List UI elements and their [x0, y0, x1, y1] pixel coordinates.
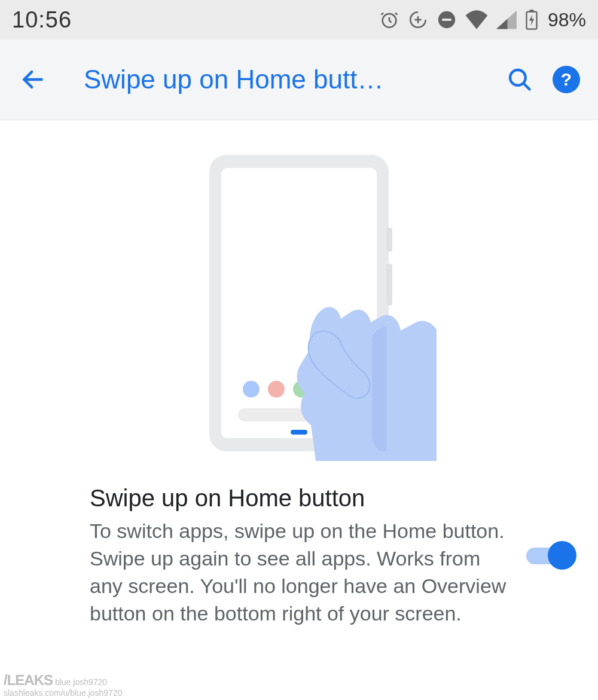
battery-charging-icon: [525, 10, 538, 30]
svg-rect-9: [386, 264, 392, 305]
signal-icon: [496, 10, 517, 29]
gesture-illustration: [18, 144, 580, 485]
watermark: /LEAKS blue.josh9720 slashleaks.com/u/bl…: [4, 673, 122, 698]
battery-percent: 98%: [548, 9, 586, 31]
watermark-line2: slashleaks.com/u/blue.josh9720: [4, 688, 122, 698]
search-button[interactable]: [505, 65, 535, 94]
svg-point-11: [268, 381, 285, 398]
question-mark-icon: ?: [561, 69, 572, 90]
content: Swipe up on Home button To switch apps, …: [0, 120, 598, 628]
svg-rect-16: [291, 430, 307, 435]
statusbar: 10:56 98%: [0, 0, 598, 39]
svg-rect-4: [529, 10, 533, 12]
svg-rect-8: [386, 228, 392, 252]
search-icon: [507, 66, 533, 93]
setting-title: Swipe up on Home button: [90, 485, 508, 512]
help-button[interactable]: ?: [553, 66, 580, 93]
setting-description: To switch apps, swipe up on the Home but…: [90, 518, 508, 628]
svg-rect-2: [442, 19, 451, 21]
toggle-thumb: [548, 541, 576, 570]
watermark-brand: /LEAKS: [4, 672, 53, 688]
datasaver-icon: [408, 10, 428, 30]
watermark-line1: blue.josh9720: [55, 677, 107, 687]
setting-row: Swipe up on Home button To switch apps, …: [18, 485, 580, 628]
phone-hand-illustration-icon: [161, 150, 437, 461]
appbar: Swipe up on Home butt… ?: [0, 39, 598, 120]
dnd-icon: [437, 10, 457, 30]
appbar-title: Swipe up on Home butt…: [84, 65, 487, 94]
setting-text-block: Swipe up on Home button To switch apps, …: [90, 485, 526, 628]
alarm-icon: [379, 10, 399, 30]
status-time: 10:56: [12, 7, 72, 33]
status-right: 98%: [379, 9, 586, 31]
wifi-icon: [465, 10, 488, 29]
arrow-left-icon: [20, 66, 46, 93]
back-button[interactable]: [18, 65, 48, 94]
gesture-nav-toggle[interactable]: [526, 541, 576, 571]
svg-point-10: [243, 381, 260, 398]
